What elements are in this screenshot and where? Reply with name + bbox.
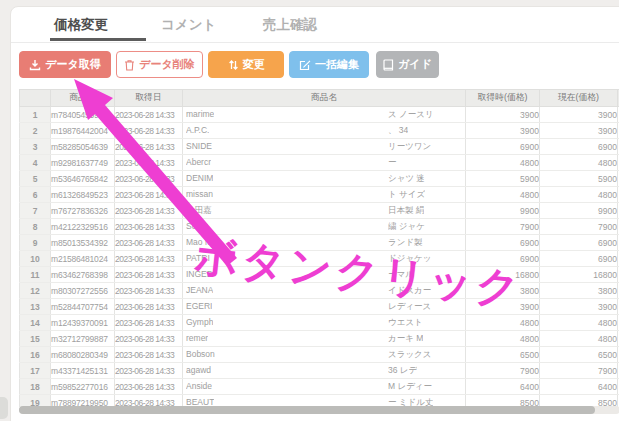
acquired-date-cell: 2023-06-28 14:33 (115, 251, 183, 267)
row-number-cell: 5 (20, 171, 51, 187)
trash-icon (124, 59, 135, 71)
horizontal-scrollbar-track[interactable] (19, 406, 619, 414)
product-name-start: agawd (186, 363, 211, 378)
acquired-date-cell: 2023-06-28 14:33 (115, 347, 183, 363)
price-at-fetch-cell: 7900 (466, 219, 540, 235)
price-at-fetch-cell: 9900 (466, 203, 540, 219)
table-row[interactable]: 2m198764420042023-06-28 14:33A.P.C.、 343… (20, 123, 619, 139)
table-row[interactable]: 5m536467658422023-06-28 14:33DENIMシャツ 迷5… (20, 171, 619, 187)
table-row[interactable]: 13m528447077542023-06-28 14:33EGERIレディース… (20, 299, 619, 315)
product-id-cell: m19876442004 (51, 123, 115, 139)
product-name-end: 36 レデ (388, 363, 417, 378)
acquired-date-cell: 2023-06-28 14:33 (115, 379, 183, 395)
active-tab-underline (50, 38, 146, 41)
product-id-cell: m32712799887 (51, 331, 115, 347)
acquired-date-cell: 2023-06-28 14:33 (115, 187, 183, 203)
price-now-cell: 6500 (540, 347, 618, 363)
price-now-cell: 3800 (540, 283, 618, 299)
book-icon (383, 59, 394, 71)
price-now-cell: 4800 (540, 315, 618, 331)
fetch-data-button[interactable]: データ取得 (19, 51, 111, 78)
tab-comment[interactable]: コメント (161, 16, 216, 34)
acquired-date-cell: 2023-06-28 14:33 (115, 363, 183, 379)
price-now-cell: 4800 (540, 155, 618, 171)
row-number-cell: 7 (20, 203, 51, 219)
product-name-start: DENIM (186, 171, 213, 186)
price-now-cell: 6400 (540, 379, 618, 395)
acquired-date-cell: 2023-06-28 14:33 (115, 155, 183, 171)
row-number-cell: 12 (20, 283, 51, 299)
row-number-cell: 15 (20, 331, 51, 347)
product-name-end: 繍 ジャケ (388, 219, 425, 234)
delete-data-button[interactable]: データ削除 (116, 51, 203, 78)
product-name-end: ス ノースリ (388, 107, 434, 122)
product-name-start: A.P.C. (186, 123, 209, 138)
table-header-row: 商品ID取得日商品名取得時(価格)現在(価格)変 (20, 90, 619, 107)
row-number-cell: 6 (20, 187, 51, 203)
product-id-cell: m80307272556 (51, 283, 115, 299)
button-label: データ削除 (139, 57, 195, 72)
row-number-cell: 9 (20, 235, 51, 251)
product-name-cell: 竹田嘉日本製 絹 (183, 203, 466, 219)
col-header-product-id: 商品ID (51, 90, 115, 107)
table-row[interactable]: 1m784054559492023-06-28 14:33marimeス ノース… (20, 107, 619, 123)
table-row[interactable]: 15m327127998872023-06-28 14:33remerカーキ M… (20, 331, 619, 347)
table-row[interactable]: 17m433714251312023-06-28 14:33agawd36 レデ… (20, 363, 619, 379)
bulk-edit-button[interactable]: 一括編集 (289, 51, 369, 78)
app-window: 価格変更コメント売上確認 データ取得データ削除変更一括編集ガイド 商品ID取得日… (0, 0, 619, 421)
acquired-date-cell: 2023-06-28 14:33 (115, 139, 183, 155)
row-number-cell: 14 (20, 315, 51, 331)
price-at-fetch-cell: 6900 (466, 139, 540, 155)
price-at-fetch-cell: 6900 (466, 235, 540, 251)
product-name-cell: Gymphウエスト (183, 315, 466, 331)
price-now-cell: 6900 (540, 235, 618, 251)
row-number-cell: 4 (20, 155, 51, 171)
table-row[interactable]: 8m421223295162023-06-28 14:33Subcr繍 ジャケ7… (20, 219, 619, 235)
change-button[interactable]: 変更 (208, 51, 284, 78)
product-id-cell: m43371425131 (51, 363, 115, 379)
col-header-price-at-fetch: 取得時(価格) (466, 90, 540, 107)
price-now-cell: 16800 (540, 267, 618, 283)
acquired-date-cell: 2023-06-28 14:33 (115, 107, 183, 123)
table-row[interactable]: 6m613268495232023-06-28 14:33missanト サイズ… (20, 187, 619, 203)
table-row[interactable]: 4m929816377492023-06-28 14:33Abercrー4800… (20, 155, 619, 171)
product-name-cell: remerカーキ M (183, 331, 466, 347)
tab-price-change[interactable]: 価格変更 (54, 16, 108, 34)
price-now-cell: 6900 (540, 251, 618, 267)
product-name-cell: A.P.C.、 34 (183, 123, 466, 139)
row-number-cell: 18 (20, 379, 51, 395)
product-name-end: ウエスト (388, 315, 423, 330)
download-icon (29, 59, 41, 71)
tab-sales-check[interactable]: 売上確認 (263, 16, 317, 34)
product-name-start: Anside (186, 379, 212, 394)
product-name-cell: SNIDEリーツワン (183, 139, 466, 155)
table-row[interactable]: 7m767278363262023-06-28 14:33竹田嘉日本製 絹990… (20, 203, 619, 219)
page-scrollbar-thumb[interactable] (0, 397, 8, 419)
table-row[interactable]: 18m598522770162023-06-28 14:33AnsideM レデ… (20, 379, 619, 395)
price-at-fetch-cell: 4800 (466, 155, 540, 171)
product-name-end: M レディー (388, 379, 432, 394)
table-row[interactable]: 16m680802803492023-06-28 14:33Bobsonスラック… (20, 347, 619, 363)
price-at-fetch-cell: 7900 (466, 363, 540, 379)
table-row[interactable]: 14m124393700912023-06-28 14:33Gymphウエスト4… (20, 315, 619, 331)
product-id-cell: m12439370091 (51, 315, 115, 331)
row-number-cell: 2 (20, 123, 51, 139)
product-name-end: ト サイズ (388, 187, 425, 202)
price-now-cell: 3900 (540, 299, 618, 315)
price-now-cell: 4800 (540, 331, 618, 347)
guide-button[interactable]: ガイド (376, 51, 439, 78)
price-now-cell: 7900 (540, 363, 618, 379)
price-at-fetch-cell: 3900 (466, 123, 540, 139)
price-now-cell: 6900 (540, 139, 618, 155)
horizontal-scrollbar-thumb[interactable] (19, 406, 595, 414)
product-name-start: Gymph (186, 315, 213, 330)
table-row[interactable]: 3m582850546392023-06-28 14:33SNIDEリーツワン6… (20, 139, 619, 155)
row-number-cell: 3 (20, 139, 51, 155)
row-number-cell: 1 (20, 107, 51, 123)
button-label: データ取得 (45, 57, 101, 72)
edit-icon (299, 59, 311, 71)
product-name-start: marime (186, 107, 214, 122)
col-header-price-now: 現在(価格) (540, 90, 618, 107)
product-id-cell: m85013534392 (51, 235, 115, 251)
product-id-cell: m21586481024 (51, 251, 115, 267)
